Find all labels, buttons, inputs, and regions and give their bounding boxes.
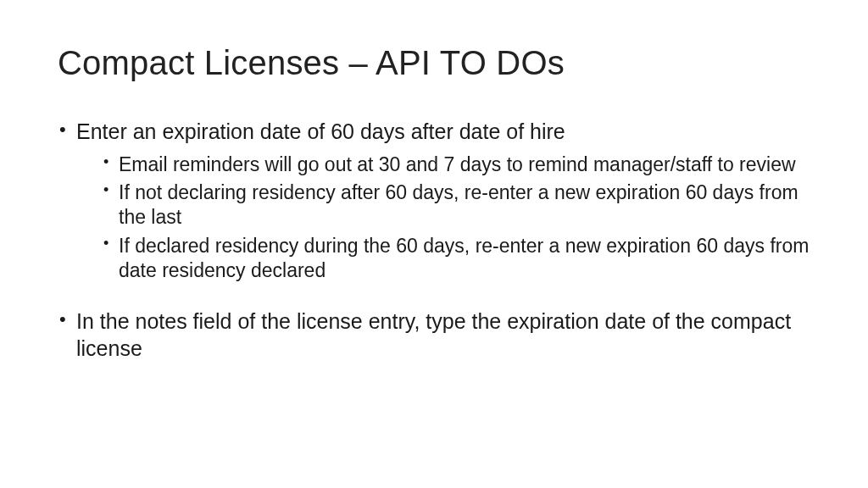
slide-title: Compact Licenses – API TO DOs	[58, 44, 810, 82]
list-item: Email reminders will go out at 30 and 7 …	[102, 152, 810, 177]
bullet-text: Email reminders will go out at 30 and 7 …	[119, 153, 796, 175]
bullet-list: Enter an expiration date of 60 days afte…	[58, 118, 810, 363]
bullet-text: If not declaring residency after 60 days…	[119, 181, 798, 228]
sub-bullet-list: Email reminders will go out at 30 and 7 …	[76, 152, 810, 284]
list-item: In the notes field of the license entry,…	[58, 308, 810, 363]
bullet-text: Enter an expiration date of 60 days afte…	[76, 119, 565, 143]
list-item: If declared residency during the 60 days…	[102, 234, 810, 284]
bullet-text: If declared residency during the 60 days…	[119, 235, 809, 281]
bullet-text: In the notes field of the license entry,…	[76, 309, 791, 361]
list-item: If not declaring residency after 60 days…	[102, 180, 810, 230]
list-item: Enter an expiration date of 60 days afte…	[58, 118, 810, 284]
